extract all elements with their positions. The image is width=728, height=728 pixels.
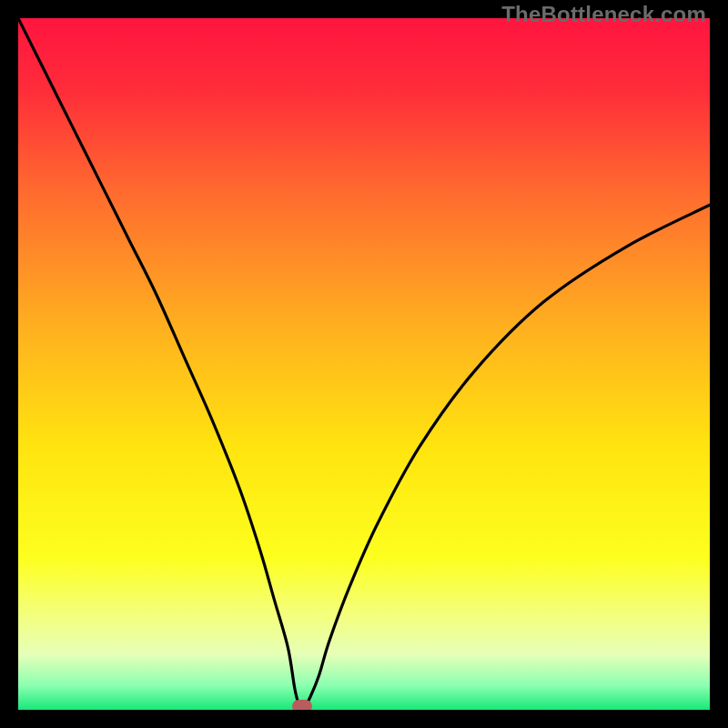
plot-area (18, 18, 710, 710)
optimal-point-marker (292, 700, 312, 710)
bottleneck-curve (18, 18, 710, 710)
watermark-text: TheBottleneck.com (501, 2, 706, 27)
chart-frame: TheBottleneck.com (0, 0, 728, 728)
